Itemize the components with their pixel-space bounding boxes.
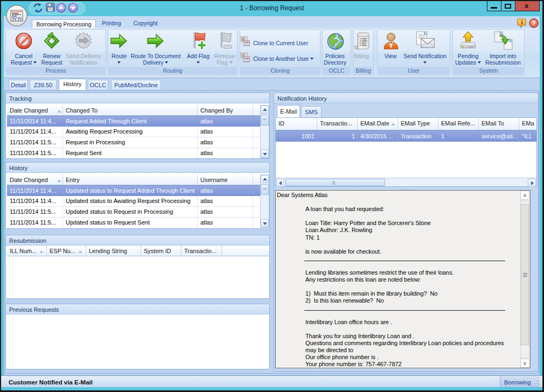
svg-text:?: ? bbox=[532, 20, 536, 26]
